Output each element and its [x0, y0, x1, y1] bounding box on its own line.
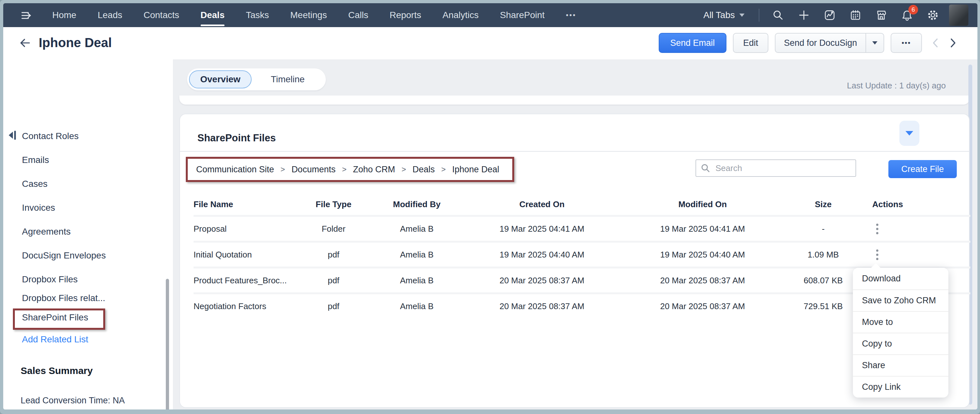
more-actions-button[interactable]: ••• [891, 33, 922, 53]
sharepoint-files-annotation-box [13, 309, 105, 330]
row-actions-kebab-icon[interactable] [874, 222, 881, 236]
screen: Home Leads Contacts Deals Tasks Meetings… [0, 0, 980, 414]
menu-item-copy-to[interactable]: Copy to [853, 333, 948, 354]
back-arrow-icon[interactable] [19, 37, 31, 49]
breadcrumb-iphone-deal[interactable]: Iphone Deal [452, 164, 500, 175]
tab-overview[interactable]: Overview [189, 70, 251, 88]
sidebar-item-cases[interactable]: Cases [22, 179, 48, 189]
file-name[interactable]: Proposal [194, 224, 303, 234]
signals-icon[interactable] [824, 10, 835, 21]
breadcrumb-deals[interactable]: Deals [412, 164, 435, 175]
sidebar-item-agreements[interactable]: Agreements [22, 226, 71, 237]
view-tabs: Overview Timeline [187, 68, 326, 90]
add-icon[interactable] [798, 10, 810, 21]
collapse-section-button[interactable] [899, 121, 920, 146]
nav-item-calls[interactable]: Calls [348, 10, 368, 20]
file-type: Folder [303, 224, 364, 234]
sidebar-scrollbar[interactable] [166, 279, 169, 409]
sidebar-item-dropbox-files[interactable]: Dropbox Files [22, 274, 78, 285]
breadcrumb-separator: > [281, 165, 285, 174]
file-size: 1.09 MB [791, 250, 856, 260]
created-on: 20 Mar 2025 08:37 AM [470, 275, 614, 285]
docusign-dropdown-toggle[interactable] [865, 33, 883, 52]
calendar-icon[interactable] [850, 10, 861, 21]
nav-item-analytics[interactable]: Analytics [442, 10, 479, 20]
user-avatar[interactable] [949, 5, 968, 26]
modified-by: Amelia B [364, 250, 470, 260]
col-file-name: File Name [194, 199, 303, 209]
edit-button[interactable]: Edit [733, 33, 769, 53]
record-header: Iphone Deal Send Email Edit Send for Doc… [3, 27, 977, 59]
breadcrumb-separator: > [441, 165, 446, 174]
chevron-down-icon [872, 41, 877, 45]
menu-item-copy-link[interactable]: Copy Link [853, 376, 948, 398]
breadcrumb-communication-site[interactable]: Communication Site [196, 164, 274, 175]
sidebar-collapse-icon[interactable] [8, 130, 17, 141]
add-related-list-link[interactable]: Add Related List [22, 334, 88, 345]
all-tabs-label: All Tabs [703, 10, 735, 20]
all-tabs-dropdown[interactable]: All Tabs [703, 10, 745, 20]
menu-item-share[interactable]: Share [853, 354, 948, 376]
breadcrumb: Communication Site > Documents > Zoho CR… [186, 157, 514, 182]
file-size: - [791, 224, 856, 234]
breadcrumb-separator: > [402, 165, 406, 174]
previous-record-icon[interactable] [932, 38, 939, 48]
nav-item-reports[interactable]: Reports [390, 10, 421, 20]
sidebar-item-emails[interactable]: Emails [22, 155, 49, 165]
file-type: pdf [303, 301, 364, 311]
file-name[interactable]: Initial Quotation [194, 250, 303, 260]
sidebar-item-docusign-envelopes[interactable]: DocuSign Envelopes [22, 250, 106, 261]
file-name[interactable]: Product Features_Broc... [194, 275, 303, 285]
file-size: 729.51 KB [791, 301, 856, 311]
modified-on: 19 Mar 2025 04:40 AM [614, 250, 791, 260]
nav-item-meetings[interactable]: Meetings [290, 10, 327, 20]
nav-item-home[interactable]: Home [52, 10, 76, 20]
nav-tabs: Home Leads Contacts Deals Tasks Meetings… [52, 3, 576, 27]
settings-gear-icon[interactable] [927, 10, 939, 21]
breadcrumb-separator: > [342, 165, 347, 174]
tab-timeline[interactable]: Timeline [251, 70, 324, 88]
sidebar-item-contact-roles[interactable]: Contact Roles [22, 131, 79, 141]
send-for-docusign-button[interactable]: Send for DocuSign [775, 33, 884, 53]
create-file-button[interactable]: Create File [888, 160, 957, 178]
search-input[interactable] [714, 162, 851, 174]
sidebar-item-invoices[interactable]: Invoices [22, 203, 55, 213]
nav-item-tasks[interactable]: Tasks [246, 10, 269, 20]
breadcrumb-documents[interactable]: Documents [292, 164, 336, 175]
file-name[interactable]: Negotiation Factors [194, 301, 303, 311]
nav-item-contacts[interactable]: Contacts [143, 10, 179, 20]
menu-item-move-to[interactable]: Move to [853, 311, 948, 333]
created-on: 19 Mar 2025 04:40 AM [470, 250, 614, 260]
nav-item-leads[interactable]: Leads [98, 10, 122, 20]
header-actions: Send Email Edit Send for DocuSign ••• [659, 33, 957, 53]
breadcrumb-zoho-crm[interactable]: Zoho CRM [353, 164, 395, 175]
nav-divider [759, 9, 759, 22]
nav-right: All Tabs [703, 3, 968, 27]
nav-collapse-icon[interactable] [21, 10, 32, 21]
table-row[interactable]: Initial Quotation pdf Amelia B 19 Mar 20… [194, 241, 970, 266]
nav-item-deals[interactable]: Deals [200, 10, 225, 20]
search-icon[interactable] [772, 10, 784, 21]
last-update-text: Last Update : 1 day(s) ago [847, 81, 946, 91]
menu-item-download[interactable]: Download [853, 268, 948, 290]
app: Home Leads Contacts Deals Tasks Meetings… [3, 3, 977, 409]
table-row[interactable]: Proposal Folder Amelia B 19 Mar 2025 04:… [194, 215, 970, 241]
send-email-button[interactable]: Send Email [659, 33, 727, 53]
notifications-bell-icon[interactable]: 6 [901, 10, 913, 21]
nav-icons: 6 [772, 10, 939, 21]
nav-item-sharepoint[interactable]: SharePoint [500, 10, 545, 20]
next-record-icon[interactable] [949, 38, 957, 48]
row-actions-kebab-icon[interactable] [874, 247, 881, 262]
nav-more-button[interactable]: ••• [566, 11, 576, 19]
chevron-down-icon [739, 14, 745, 17]
sharepoint-files-card: SharePoint Files Communication Site > Do… [179, 114, 970, 408]
file-actions-context-menu: Download Save to Zoho CRM Move to Copy t… [853, 268, 948, 398]
marketplace-icon[interactable] [875, 10, 887, 21]
menu-item-save-to-zoho-crm[interactable]: Save to Zoho CRM [853, 290, 948, 311]
col-file-type: File Type [303, 199, 364, 209]
previous-card-bottom [179, 96, 970, 105]
notification-badge: 6 [908, 5, 918, 14]
col-actions: Actions [856, 199, 970, 209]
file-type: pdf [303, 275, 364, 285]
sidebar-item-dropbox-files-related[interactable]: Dropbox Files relat... [22, 293, 105, 303]
